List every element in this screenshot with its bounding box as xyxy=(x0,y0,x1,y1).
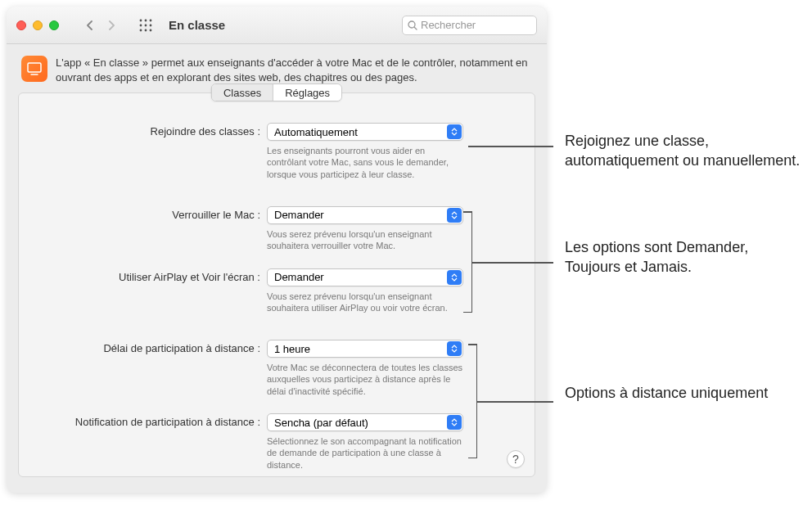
airplay-help: Vous serez prévenu lorsqu'un enseignant … xyxy=(267,291,463,314)
setting-lock-mac: Verrouiller le Mac : Demander Vous serez… xyxy=(34,206,520,252)
airplay-value: Demander xyxy=(274,271,324,283)
tab-settings[interactable]: Réglages xyxy=(273,84,341,101)
svg-point-1 xyxy=(145,19,147,21)
lock-mac-value: Demander xyxy=(274,209,324,221)
window-title: En classe xyxy=(169,18,225,32)
search-icon xyxy=(408,20,417,30)
airplay-label: Utiliser AirPlay et Voir l'écran : xyxy=(34,268,267,283)
setting-join-classes: Rejoindre des classes : Automatiquement … xyxy=(34,123,520,180)
svg-point-0 xyxy=(140,19,142,21)
callout-leader xyxy=(476,401,553,403)
remote-notification-value: Sencha (par défaut) xyxy=(274,417,368,429)
join-classes-help: Les enseignants pourront vous aider en c… xyxy=(267,145,463,180)
callout-options: Les options sont Demander, Toujours et J… xyxy=(565,237,802,277)
remote-timeout-help: Votre Mac se déconnectera de toutes les … xyxy=(267,362,463,397)
zoom-window-button[interactable] xyxy=(49,20,59,30)
titlebar: En classe Rechercher xyxy=(7,7,547,44)
nav-buttons xyxy=(80,16,121,34)
classroom-app-icon xyxy=(21,56,47,82)
lock-mac-select[interactable]: Demander xyxy=(267,206,463,224)
show-all-button[interactable] xyxy=(136,16,156,34)
settings-panel: Classes Réglages Rejoindre des classes :… xyxy=(18,92,535,477)
setting-remote-timeout: Délai de participation à distance : 1 he… xyxy=(34,340,520,397)
description-text: L'app « En classe » permet aux enseignan… xyxy=(56,56,532,84)
callout-remote: Options à distance uniquement xyxy=(565,383,768,403)
tab-segmented-control: Classes Réglages xyxy=(211,83,342,101)
svg-line-10 xyxy=(414,27,417,29)
forward-button[interactable] xyxy=(102,16,121,34)
remote-notification-select[interactable]: Sencha (par défaut) xyxy=(267,413,463,431)
select-chevron-icon xyxy=(447,341,462,356)
callout-join: Rejoignez une classe, automatiquement ou… xyxy=(565,131,802,171)
lock-mac-label: Verrouiller le Mac : xyxy=(34,206,267,221)
select-chevron-icon xyxy=(447,415,462,430)
svg-point-6 xyxy=(140,29,142,31)
remote-notification-label: Notification de participation à distance… xyxy=(34,413,267,428)
callout-leader xyxy=(471,262,553,264)
settings-list: Rejoindre des classes : Automatiquement … xyxy=(19,93,535,471)
help-button[interactable]: ? xyxy=(507,450,525,468)
window-controls xyxy=(16,20,59,30)
join-classes-label: Rejoindre des classes : xyxy=(34,123,267,138)
remote-timeout-label: Délai de participation à distance : xyxy=(34,340,267,354)
svg-point-7 xyxy=(145,29,147,31)
minimize-window-button[interactable] xyxy=(33,20,43,30)
join-classes-value: Automatiquement xyxy=(274,126,358,138)
search-field[interactable]: Rechercher xyxy=(402,16,537,35)
tab-classes[interactable]: Classes xyxy=(212,84,273,101)
close-window-button[interactable] xyxy=(16,20,26,30)
preferences-window: En classe Rechercher L'app « En classe »… xyxy=(7,7,547,493)
remote-timeout-value: 1 heure xyxy=(274,343,310,355)
svg-point-3 xyxy=(140,24,142,26)
select-chevron-icon xyxy=(447,270,462,285)
remote-notification-help: Sélectionnez le son accompagnant la noti… xyxy=(267,435,463,471)
remote-timeout-select[interactable]: 1 heure xyxy=(267,340,463,358)
svg-point-2 xyxy=(150,19,152,21)
lock-mac-help: Vous serez prévenu lorsqu'un enseignant … xyxy=(267,228,463,252)
setting-remote-notification: Notification de participation à distance… xyxy=(34,413,520,471)
svg-point-4 xyxy=(145,24,147,26)
back-button[interactable] xyxy=(80,16,100,34)
select-chevron-icon xyxy=(447,208,462,223)
setting-airplay: Utiliser AirPlay et Voir l'écran : Deman… xyxy=(34,268,520,314)
search-placeholder: Rechercher xyxy=(421,19,476,31)
airplay-select[interactable]: Demander xyxy=(267,268,463,286)
callout-leader xyxy=(468,146,553,147)
svg-point-8 xyxy=(150,29,152,31)
join-classes-select[interactable]: Automatiquement xyxy=(267,123,463,141)
svg-rect-11 xyxy=(28,63,41,72)
svg-point-5 xyxy=(150,24,152,26)
select-chevron-icon xyxy=(447,124,462,139)
